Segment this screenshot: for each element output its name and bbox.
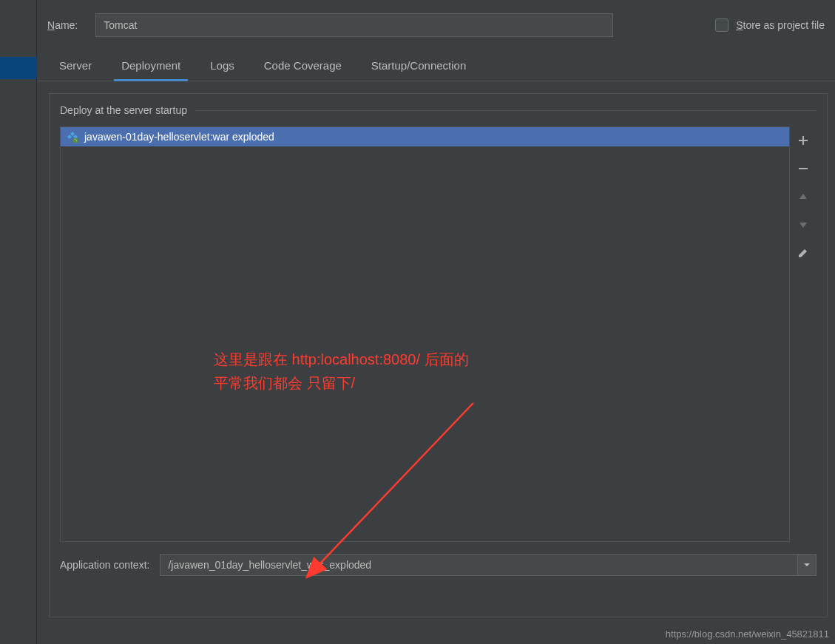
deploy-side-toolbar — [790, 126, 817, 542]
remove-button[interactable] — [795, 160, 811, 177]
tab-startup-connection[interactable]: Startup/Connection — [371, 55, 466, 81]
chevron-down-icon — [803, 561, 811, 569]
deployment-panel: Deploy at the server startup java — [49, 93, 828, 617]
deploy-item[interactable]: javawen-01day-helloservlet:war exploded — [61, 127, 789, 146]
application-context-row: Application context: — [60, 554, 817, 576]
left-sidebar-strip — [0, 0, 37, 644]
tab-code-coverage[interactable]: Code Coverage — [264, 55, 342, 81]
watermark: https://blog.csdn.net/weixin_45821811 — [666, 628, 829, 640]
store-checkbox[interactable] — [715, 18, 728, 32]
name-label: Name: — [47, 19, 78, 31]
deploy-item-label: javawen-01day-helloservlet:war exploded — [84, 131, 274, 143]
svg-rect-1 — [799, 168, 808, 169]
deploy-section-label: Deploy at the server startup — [60, 104, 195, 116]
tabs-row: Server Deployment Logs Code Coverage Sta… — [37, 47, 835, 81]
application-context-input[interactable] — [160, 554, 797, 576]
svg-point-0 — [73, 138, 78, 143]
artifact-icon — [67, 131, 78, 143]
move-up-button[interactable] — [795, 189, 811, 205]
header-row: Name: Store as project file — [37, 0, 835, 47]
add-button[interactable] — [795, 132, 811, 149]
divider — [195, 110, 817, 111]
name-input[interactable] — [95, 13, 613, 37]
left-sidebar-selected-item[interactable] — [0, 57, 37, 79]
application-context-dropdown-button[interactable] — [797, 554, 817, 576]
tab-logs[interactable]: Logs — [210, 55, 234, 81]
application-context-label: Application context: — [60, 559, 149, 571]
tab-server[interactable]: Server — [59, 55, 92, 81]
store-as-project-file-option[interactable]: Store as project file — [715, 18, 825, 32]
move-down-button[interactable] — [795, 217, 811, 233]
tab-deployment[interactable]: Deployment — [121, 55, 180, 81]
deploy-artifact-list[interactable]: javawen-01day-helloservlet:war exploded — [60, 126, 790, 542]
edit-button[interactable] — [795, 245, 811, 261]
